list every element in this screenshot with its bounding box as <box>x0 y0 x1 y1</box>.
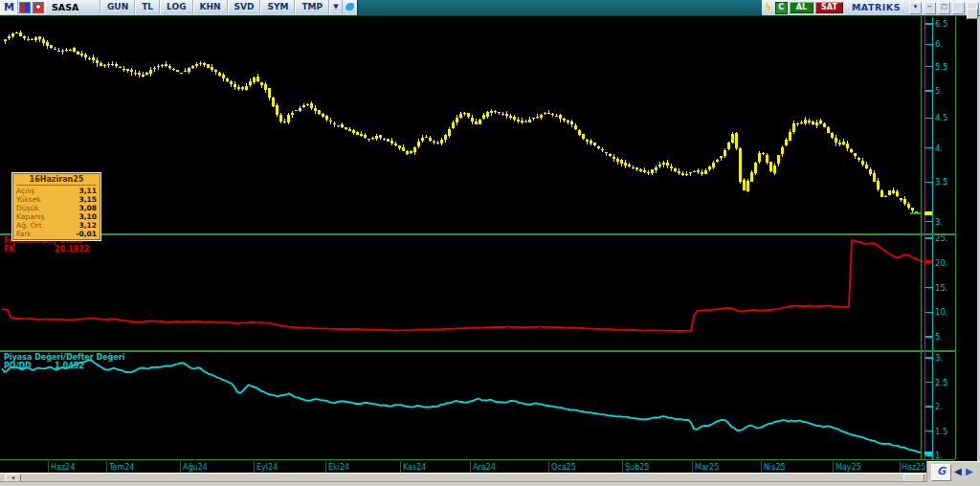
chart-area[interactable]: 16Haziran25 Açılış3,11 Yüksek3,15 Düşük3… <box>0 15 980 461</box>
pddd-line <box>2 360 921 453</box>
tooltip-row: Kapanış3,10 <box>16 212 97 221</box>
y-tick-label: 3.5 <box>935 177 948 187</box>
lightning-icon[interactable]: ϟ <box>762 0 774 15</box>
pane-borders <box>0 16 956 460</box>
x-axis-label: Nis25 <box>764 463 786 472</box>
y-tick-label: 20. <box>935 258 948 268</box>
window-restore-button[interactable]: □ <box>938 2 950 14</box>
buy-button[interactable]: AL <box>790 2 813 13</box>
x-axis-label: Haz25 <box>902 463 925 472</box>
y-tick-label: 2. <box>935 402 943 411</box>
y-tick-label: 3. <box>935 217 943 227</box>
fk-series-value: 20.1922 <box>55 245 89 254</box>
toolbar-button-gun[interactable]: GUN <box>100 0 135 14</box>
window-bottom-frame <box>0 481 980 486</box>
y-tick-label: 10. <box>935 307 948 317</box>
matriks-logo-button[interactable]: G <box>931 464 951 481</box>
y-axes <box>925 17 933 459</box>
x-axis-divider <box>692 461 693 473</box>
pddd-pane-title: Piyasa Değeri/Defter Değeri <box>4 353 124 362</box>
pddd-series-value: 1,0452 <box>55 362 84 370</box>
x-axis-label: Mar25 <box>695 463 719 472</box>
y-tick-label: 25. <box>935 233 948 243</box>
tooltip-row: Ağ. Ort3,12 <box>16 221 97 230</box>
x-axis-label: Ara24 <box>473 463 496 472</box>
x-axis-label: May25 <box>835 463 861 472</box>
x-axis-divider <box>761 461 762 473</box>
x-axis-strip: Haz24Tem24Ağu24Eyl24Eki24Kas24Ara24Oca25… <box>0 461 980 473</box>
tooltip-row: Düşük3,08 <box>16 204 97 212</box>
x-axis-label: Şub25 <box>625 463 649 472</box>
x-axis-divider <box>325 461 326 473</box>
x-axis-divider <box>106 461 107 473</box>
nav-forward-icon[interactable]: ▶ <box>966 465 973 478</box>
x-axis-divider <box>400 461 401 473</box>
window-dropdown-button[interactable]: ▾ <box>909 2 922 14</box>
toolbar-button-sym[interactable]: SYM <box>260 0 295 14</box>
toolbar-icon-2[interactable] <box>33 2 44 13</box>
x-axis-divider <box>548 461 549 473</box>
y-tick-label: 1. <box>935 451 943 460</box>
fk-line <box>2 240 924 331</box>
c-icon[interactable]: C <box>775 2 788 14</box>
x-axis-label: Oca25 <box>551 463 576 472</box>
tooltip-date: 16Haziran25 <box>16 175 97 186</box>
symbol-field[interactable]: SASA <box>45 0 100 14</box>
ohlc-tooltip: 16Haziran25 Açılış3,11 Yüksek3,15 Düşük3… <box>11 172 101 241</box>
y-tick-label: 2.5 <box>935 378 948 387</box>
x-axis-label: Kas24 <box>403 463 426 472</box>
toolbar-button-tl[interactable]: TL <box>135 0 160 14</box>
sell-button[interactable]: SAT <box>815 2 843 13</box>
matriks-brand-logo: MATRIKS <box>844 0 908 15</box>
y-tick-label: 4. <box>935 144 943 153</box>
x-axis-divider <box>900 461 901 473</box>
toolbar: M SASA GUNTLLOGKHNSVDSYMTMP ▼ ϟ C AL SAT… <box>0 0 980 16</box>
matriks-m-logo[interactable]: M <box>0 0 18 14</box>
x-axis-label: Haz24 <box>51 463 75 472</box>
fk-series-label: FK <box>4 245 15 254</box>
tooltip-row: Yüksek3,15 <box>16 195 97 204</box>
x-axis-divider <box>470 461 471 473</box>
x-axis-label: Eyl24 <box>256 463 278 472</box>
toolbar-icon-1[interactable] <box>19 2 31 13</box>
x-axis-divider <box>254 461 255 473</box>
matriks-chart-window: M SASA GUNTLLOGKHNSVDSYMTMP ▼ ϟ C AL SAT… <box>0 0 980 486</box>
toolbar-filler <box>357 0 763 15</box>
pddd-series-label: PD/DD <box>4 362 32 370</box>
y-tick-label: 6.5 <box>935 19 948 29</box>
y-tick-label: 3. <box>935 353 943 363</box>
x-axis-divider <box>48 461 49 473</box>
tooltip-row: Açılış3,11 <box>16 187 97 195</box>
y-tick-label: 4.5 <box>935 113 948 122</box>
x-axis-label: Tem24 <box>109 463 134 472</box>
toolbar-button-log[interactable]: LOG <box>160 0 192 14</box>
toolbar-button-svd[interactable]: SVD <box>228 0 261 14</box>
y-tick-label: 6. <box>935 39 943 49</box>
pane-close-button[interactable] <box>967 9 978 19</box>
bird-icon[interactable] <box>345 3 354 11</box>
x-axis-divider <box>622 461 623 473</box>
toolbar-button-tmp[interactable]: TMP <box>295 0 329 14</box>
x-axis-divider <box>833 461 834 473</box>
toolbar-button-khn[interactable]: KHN <box>193 0 228 14</box>
x-axis-label: Ağu24 <box>183 463 208 472</box>
y-tick-label: 1.5 <box>935 427 948 436</box>
tooltip-row: Fark-0,01 <box>16 230 97 238</box>
price-and-indicator-plot[interactable] <box>0 15 980 461</box>
window-extra-1-button[interactable] <box>952 2 965 14</box>
x-axis-label: Eki24 <box>328 463 349 472</box>
y-tick-label: 5. <box>935 332 943 342</box>
y-tick-label: 5. <box>935 86 943 96</box>
window-minimize-button[interactable]: − <box>924 2 936 14</box>
chevron-down-icon[interactable]: ▼ <box>329 0 342 14</box>
bottom-right-controls: G ◀ ▶ <box>926 461 980 482</box>
y-tick-label: 5.5 <box>935 62 948 72</box>
nav-back-icon[interactable]: ◀ <box>954 465 962 478</box>
candlestick-series <box>4 31 918 214</box>
y-tick-label: 15. <box>935 283 948 293</box>
x-axis-divider <box>180 461 181 473</box>
